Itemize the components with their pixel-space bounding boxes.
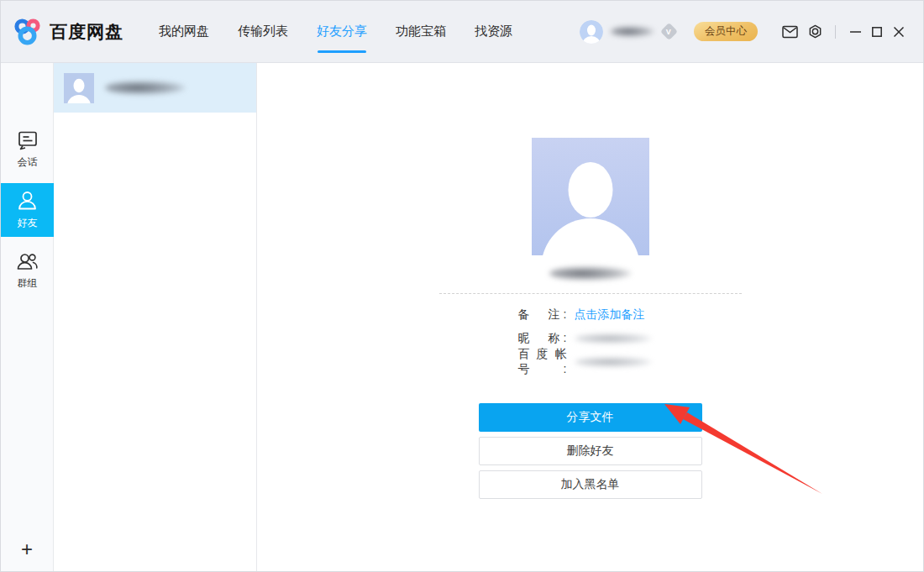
field-remark: 备 注: 点击添加备注 (518, 309, 742, 321)
add-button[interactable]: + (1, 539, 53, 559)
settings-icon[interactable] (805, 22, 825, 42)
field-label: 昵 称: (518, 331, 567, 346)
tab-toolbox[interactable]: 功能宝箱 (396, 20, 446, 43)
share-files-button[interactable]: 分享文件 (479, 403, 702, 432)
avatar-person-icon (580, 20, 603, 44)
tab-my-drive[interactable]: 我的网盘 (159, 20, 209, 43)
sidebar-item-label: 会话 (18, 155, 38, 170)
profile-avatar (532, 138, 649, 255)
left-sidebar: 会话 好友 群组 + (1, 63, 54, 571)
titlebar-tray (780, 22, 910, 42)
minimize-button[interactable] (844, 22, 866, 42)
baidu-netdisk-logo-icon (13, 18, 43, 45)
add-remark-link[interactable]: 点击添加备注 (575, 307, 645, 323)
friend-name-blurred (105, 81, 186, 95)
sidebar-item-label: 群组 (18, 276, 38, 291)
divider (439, 293, 742, 294)
nickname-blurred (575, 333, 652, 344)
field-label: 备 注: (518, 307, 567, 323)
tab-find-resources[interactable]: 找资源 (475, 20, 512, 43)
user-area: V 会员中心 (580, 20, 758, 44)
member-center-button[interactable]: 会员中心 (694, 22, 758, 41)
friend-avatar (64, 73, 94, 103)
mail-icon[interactable] (780, 22, 800, 42)
maximize-button[interactable] (866, 22, 888, 42)
add-blacklist-button[interactable]: 加入黑名单 (479, 470, 702, 499)
friend-list-item[interactable] (54, 63, 256, 113)
tab-friend-share[interactable]: 好友分享 (317, 20, 367, 43)
app-window: 百度网盘 我的网盘 传输列表 好友分享 功能宝箱 找资源 V 会员中心 (0, 0, 924, 572)
vip-badge-icon[interactable]: V (660, 23, 678, 40)
field-label: 百度帐号: (518, 347, 567, 377)
top-navigation: 我的网盘 传输列表 好友分享 功能宝箱 找资源 (159, 1, 512, 62)
baidu-account-blurred (575, 357, 652, 367)
tab-transfer-list[interactable]: 传输列表 (238, 20, 288, 43)
user-avatar[interactable] (580, 20, 603, 44)
avatar-person-icon (64, 73, 94, 103)
person-icon (16, 190, 39, 212)
profile-fields: 备 注: 点击添加备注 昵 称: 百度帐号: (439, 309, 742, 380)
delete-friend-button[interactable]: 删除好友 (479, 437, 702, 465)
profile-name-blurred (549, 266, 632, 281)
tray-divider (835, 25, 836, 39)
app-title: 百度网盘 (50, 20, 123, 44)
close-button[interactable] (888, 22, 910, 42)
group-icon (16, 250, 39, 272)
action-buttons: 分享文件 删除好友 加入黑名单 (479, 403, 702, 499)
field-nickname: 昵 称: (518, 333, 742, 344)
titlebar: 百度网盘 我的网盘 传输列表 好友分享 功能宝箱 找资源 V 会员中心 (1, 1, 923, 63)
sidebar-item-conversations[interactable]: 会话 (1, 123, 54, 176)
friend-list-panel (54, 63, 257, 571)
chat-bubble-icon (16, 129, 39, 151)
username-blurred (611, 26, 654, 37)
sidebar-item-groups[interactable]: 群组 (1, 244, 54, 297)
friend-profile-panel: 备 注: 点击添加备注 昵 称: 百度帐号: 分享文件 删除好友 加入黑名单 (257, 63, 923, 571)
app-logo: 百度网盘 (13, 18, 123, 45)
sidebar-item-label: 好友 (18, 216, 38, 230)
field-baidu-account: 百度帐号: (518, 356, 742, 368)
avatar-person-icon (532, 138, 649, 255)
sidebar-item-friends[interactable]: 好友 (1, 183, 54, 237)
